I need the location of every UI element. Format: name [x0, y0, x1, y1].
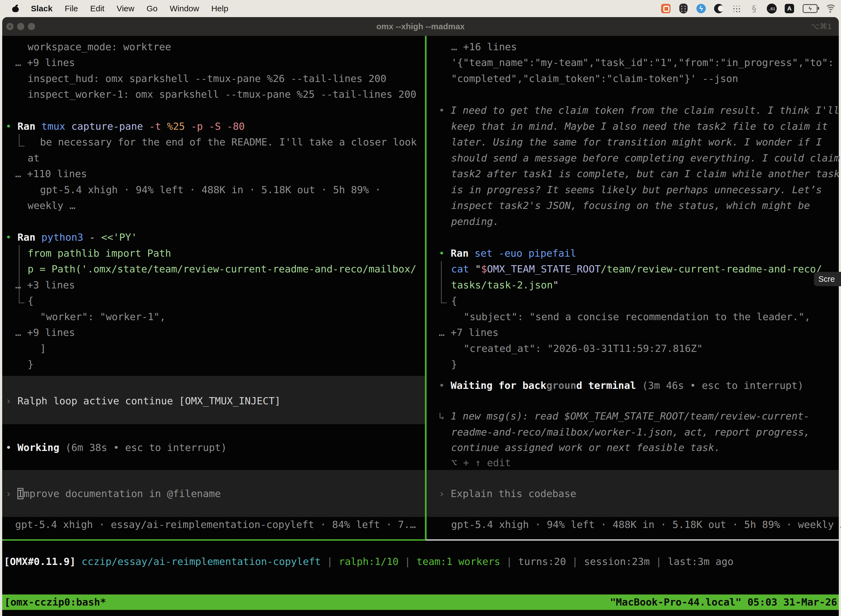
working-status: • Working (6m 38s • esc to interrupt) — [6, 440, 227, 455]
ran-python-command: • Ran python3 - <<'PY' — [6, 230, 137, 245]
command-output: at — [28, 150, 40, 166]
prompt-placeholder: › Improve documentation in @filename — [6, 486, 221, 502]
python-code: p = Path('.omx/state/team/review-current… — [28, 261, 416, 277]
prompt-placeholder: › Explain this codebase — [439, 486, 576, 502]
new-message-note: readme-and-reco/mailbox/worker-1.json, a… — [451, 424, 810, 440]
inactive-pane-border — [426, 539, 839, 541]
session-status: gpt-5.4 xhigh · essay/ai-reimplementatio… — [15, 517, 416, 532]
ran-tmux-command: • Ran tmux capture-pane -t %25 -p -S -80 — [6, 119, 245, 134]
thinking-text: should send a message before completing … — [451, 150, 840, 166]
thinking-text: pending. — [451, 214, 499, 229]
tmux-host-clock: "MacBook-Pro-44.local" 05:03 31-Mar-26 — [610, 594, 837, 610]
command-output: gpt-5.4 xhigh · 94% left · 488K in · 5.1… — [40, 182, 381, 198]
ralph-loop-status: › Ralph loop active continue [OMX_TMUX_I… — [6, 393, 281, 409]
json-output: { — [451, 293, 457, 308]
json-output: '{"team_name":"my-team","task_id":"1","f… — [451, 55, 834, 70]
json-output: "created_at": "2026-03-31T11:59:27.816Z" — [463, 341, 703, 356]
left-config-line: inspect_worker-1: omx sparkshell --tmux-… — [28, 87, 416, 102]
thinking-text: inspect task2's JSON, focusing on the st… — [451, 198, 810, 213]
new-message-note: continue assigned work or next feasible … — [451, 440, 720, 455]
terminal-lines: workspace_mode: worktree… +9 linesinspec… — [0, 0, 841, 616]
json-output: ] — [40, 341, 46, 356]
tmux-status-bar: [omx-cczip0:bash* "MacBook-Pro-44.local"… — [2, 594, 839, 610]
left-config-line: inspect_hud: omx sparkshell --tmux-pane … — [28, 71, 386, 87]
ran-shell-command: • Ran set -euo pipefail — [439, 246, 576, 261]
command-output: be necessary for the end of the README. … — [40, 134, 417, 150]
json-output: } — [451, 356, 457, 372]
left-config-line: workspace_mode: worktree — [28, 39, 171, 55]
waiting-status: • Waiting for background terminal (3m 46… — [439, 378, 803, 393]
right-elided-line: … +16 lines — [451, 39, 517, 55]
command-output: weekly … — [28, 198, 75, 213]
json-output: "completed","claim_token":"claim-token"}… — [451, 71, 738, 87]
left-elided-line: … +9 lines — [15, 325, 75, 340]
omx-status-line: [OMX#0.11.9] cczip/essay/ai-reimplementa… — [4, 554, 733, 569]
thinking-text: is in progress? It seems likely but perh… — [451, 182, 822, 198]
thinking-text: later. Using the same for transition mig… — [451, 134, 822, 150]
right-elided-line: … +7 lines — [439, 325, 498, 340]
left-elided-line: … +9 lines — [15, 55, 75, 70]
thinking-text: • I need to get the claim token from the… — [439, 103, 840, 118]
shell-command: cat "$OMX_TEAM_STATE_ROOT/team/review-cu… — [451, 261, 822, 277]
edit-hint: ⌥ + ↑ edit — [451, 455, 511, 471]
thinking-text: keep that in mind. Maybe I also need the… — [451, 119, 828, 134]
thinking-text: task2 after task1 is complete, but can I… — [451, 166, 840, 182]
json-output: "subject": "send a concise recommendatio… — [463, 309, 810, 324]
json-output: } — [28, 356, 34, 372]
python-code: from pathlib import Path — [28, 246, 171, 261]
screen-share-label: Scre — [818, 274, 835, 284]
new-message-note: ↳ 1 new msg(s): read $OMX_TEAM_STATE_ROO… — [439, 408, 810, 424]
json-output: { — [28, 293, 34, 308]
active-pane-border — [2, 539, 426, 541]
tmux-session-tab[interactable]: [omx-cczip0:bash* — [4, 594, 106, 610]
screen-share-chip[interactable]: Scre — [814, 272, 841, 286]
screen: Slack File Edit View Go Window Help ϟ § … — [0, 0, 841, 616]
pane-divider[interactable] — [425, 36, 426, 539]
shell-command: tasks/task-2.json" — [451, 277, 559, 293]
session-status: gpt-5.4 xhigh · 94% left · 488K in · 5.1… — [451, 517, 841, 532]
json-output: "worker": "worker-1", — [40, 309, 166, 324]
left-elided-line: … +110 lines — [15, 166, 87, 182]
left-elided-line: … +3 lines — [15, 277, 75, 293]
